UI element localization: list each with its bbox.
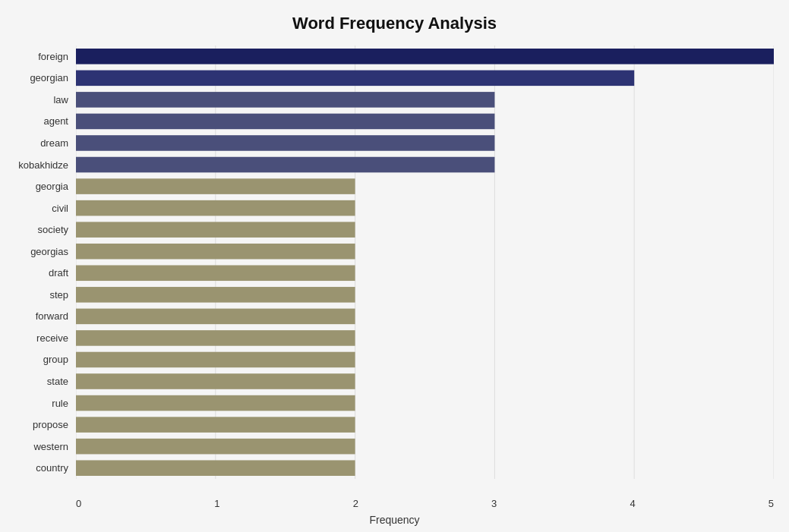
bar — [76, 71, 634, 87]
bar — [76, 373, 355, 389]
bar — [76, 222, 355, 238]
bar — [76, 157, 494, 173]
bar — [76, 330, 355, 346]
x-tick: 2 — [353, 498, 358, 509]
y-label: propose — [0, 414, 74, 436]
y-label: civil — [0, 197, 74, 219]
bar — [76, 395, 355, 411]
x-tick: 5 — [768, 498, 774, 509]
y-label: society — [0, 219, 74, 241]
x-axis: 012345 — [76, 498, 774, 509]
bar — [76, 352, 355, 368]
bar — [76, 287, 355, 303]
bars-svg — [76, 46, 774, 479]
y-label: receive — [0, 327, 74, 349]
chart-title: Word Frequency Analysis — [0, 14, 789, 33]
bar — [76, 309, 355, 325]
x-tick: 3 — [491, 498, 497, 509]
y-axis-labels: foreigngeorgianlawagentdreamkobakhidzege… — [0, 46, 74, 479]
y-label: rule — [0, 392, 74, 414]
y-label: country — [0, 457, 74, 479]
y-label: state — [0, 370, 74, 392]
y-label: agent — [0, 111, 74, 133]
y-label: georgia — [0, 175, 74, 197]
bar — [76, 92, 494, 108]
bar — [76, 200, 355, 216]
bar-container — [76, 46, 774, 479]
bar — [76, 439, 355, 455]
bar — [76, 417, 355, 433]
y-label: georgias — [0, 241, 74, 263]
y-label: step — [0, 284, 74, 306]
y-label: dream — [0, 132, 74, 154]
y-label: foreign — [0, 46, 74, 68]
y-label: georgian — [0, 68, 74, 90]
y-label: law — [0, 89, 74, 111]
bar — [76, 49, 774, 65]
bar — [76, 135, 494, 151]
bar — [76, 244, 355, 260]
y-label: forward — [0, 306, 74, 328]
y-label: western — [0, 436, 74, 458]
bar — [76, 460, 355, 476]
bar — [76, 178, 355, 194]
x-axis-label: Frequency — [0, 514, 789, 526]
bar — [76, 265, 355, 281]
x-tick: 4 — [630, 498, 635, 509]
x-tick: 0 — [76, 498, 81, 509]
y-label: kobakhidze — [0, 154, 74, 176]
x-tick: 1 — [214, 498, 219, 509]
y-label: draft — [0, 262, 74, 284]
chart-container: Word Frequency Analysis foreigngeorgianl… — [0, 0, 789, 532]
bar — [76, 114, 494, 130]
y-label: group — [0, 349, 74, 371]
